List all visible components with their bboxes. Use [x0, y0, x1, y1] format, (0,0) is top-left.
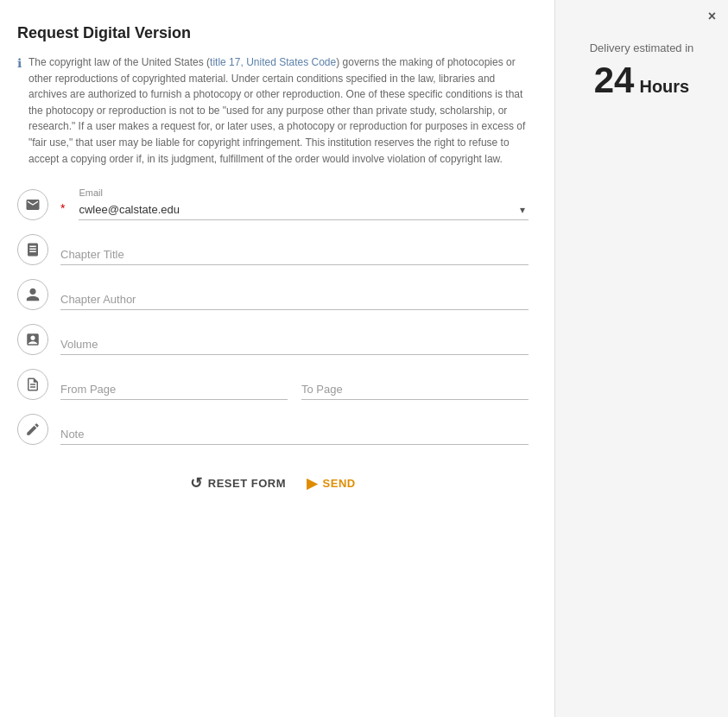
- info-icon: ℹ: [17, 56, 22, 167]
- note-icon-circle: [17, 414, 48, 445]
- book-icon: [25, 242, 41, 257]
- delivery-unit: Hours: [639, 77, 689, 97]
- chapter-author-field-wrapper: [60, 289, 529, 310]
- reset-label: RESET FORM: [208, 477, 286, 490]
- chapter-title-row: [17, 234, 529, 269]
- volume-input[interactable]: [60, 334, 529, 355]
- chapter-author-input[interactable]: [60, 289, 529, 310]
- email-select-row: ▾: [79, 200, 529, 220]
- copyright-text: The copyright law of the United States (…: [28, 54, 529, 167]
- email-row: * Email ▾: [17, 187, 529, 224]
- chapter-author-row: [17, 279, 529, 314]
- to-page-field: [301, 379, 529, 400]
- volume-row: [17, 324, 529, 358]
- close-button[interactable]: ×: [708, 9, 716, 24]
- delivery-number: 24: [594, 60, 635, 101]
- form-actions: ↺ RESET FORM ▶ SEND: [17, 466, 529, 492]
- copyright-block: ℹ The copyright law of the United States…: [17, 54, 529, 167]
- email-icon: [25, 197, 41, 213]
- email-wrapper: Email ▾: [79, 187, 529, 220]
- email-input[interactable]: [79, 200, 516, 219]
- chapter-author-icon-circle: [17, 279, 48, 310]
- note-field-wrapper: [60, 424, 529, 445]
- email-label: Email: [79, 187, 529, 198]
- person-icon: [25, 287, 41, 302]
- from-page-input[interactable]: [60, 379, 288, 400]
- pages-wrapper: [60, 379, 529, 400]
- send-arrow-icon: ▶: [307, 475, 318, 492]
- delivery-time: 24 Hours: [594, 60, 690, 101]
- volume-field-wrapper: [60, 334, 529, 355]
- chapter-title-input[interactable]: [60, 244, 529, 265]
- required-star: *: [60, 201, 65, 215]
- copyright-link[interactable]: title 17, United States Code: [210, 56, 336, 68]
- to-page-input[interactable]: [301, 379, 529, 400]
- note-icon: [25, 422, 41, 437]
- note-input[interactable]: [60, 424, 529, 445]
- chapter-title-field-wrapper: [60, 244, 529, 265]
- email-icon-circle: [17, 189, 48, 220]
- email-dropdown-arrow[interactable]: ▾: [516, 202, 529, 218]
- reset-icon: ↺: [190, 474, 203, 492]
- reset-button[interactable]: ↺ RESET FORM: [190, 474, 286, 492]
- note-row: [17, 414, 529, 448]
- pages-row: [17, 369, 529, 403]
- page-title: Request Digital Version: [17, 24, 529, 42]
- from-page-field: [60, 379, 288, 400]
- delivery-label: Delivery estimated in: [590, 41, 694, 54]
- pages-icon: [25, 377, 41, 392]
- right-panel: × Delivery estimated in 24 Hours: [555, 0, 728, 717]
- volume-icon: [25, 332, 41, 347]
- chapter-title-icon-circle: [17, 234, 48, 265]
- volume-icon-circle: [17, 324, 48, 355]
- left-panel: Request Digital Version ℹ The copyright …: [0, 0, 555, 717]
- send-label: SEND: [323, 477, 356, 490]
- send-button[interactable]: ▶ SEND: [307, 475, 356, 492]
- pages-icon-circle: [17, 369, 48, 400]
